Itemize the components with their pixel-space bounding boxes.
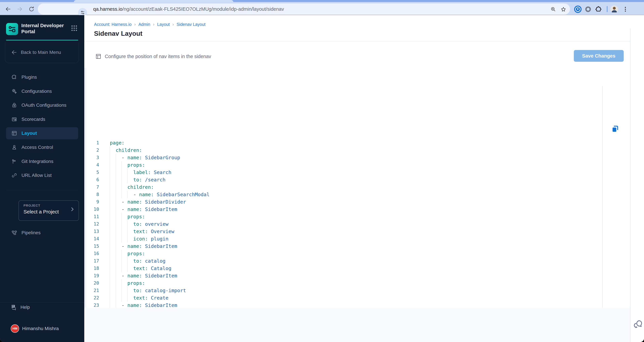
breadcrumb-link[interactable]: Sidenav Layout	[176, 22, 206, 27]
line-number: 9	[84, 198, 99, 206]
extensions-puzzle-icon[interactable]	[595, 6, 602, 13]
sidebar-item-help[interactable]: ? Help	[10, 304, 30, 311]
breadcrumb-separator: ›	[153, 22, 154, 27]
layout-window-icon	[95, 53, 102, 60]
breadcrumb-separator: ›	[134, 22, 136, 27]
browser-profile-avatar[interactable]	[610, 5, 618, 13]
code-text: page:	[110, 139, 124, 146]
code-line[interactable]: 20 props:	[84, 279, 630, 287]
code-line[interactable]: 15 - name: SidebarItem	[84, 243, 630, 250]
code-text: props:	[110, 250, 145, 257]
code-text: text: Catalog	[110, 265, 172, 272]
toolbar-description: Configure the position of nav items in t…	[105, 54, 211, 59]
sidebar-item-label: URL Allow List	[22, 173, 52, 178]
code-line[interactable]: 13 text: Overview	[84, 228, 630, 235]
project-value: Select a Project	[24, 209, 59, 215]
onepassword-ring	[575, 6, 580, 12]
line-number: 17	[84, 257, 99, 265]
scorecard-icon	[11, 116, 18, 122]
browser-back-icon[interactable]	[5, 6, 12, 12]
code-line[interactable]: 7 children:	[84, 183, 630, 191]
breadcrumb-link[interactable]: Account: Harness.io	[94, 22, 132, 27]
code-text: text: Create	[110, 294, 168, 302]
code-line[interactable]: 8 - name: SidebarSearchModal	[84, 191, 630, 198]
sidebar-item-layout[interactable]: Layout	[6, 127, 78, 139]
extension-spinner-icon[interactable]	[584, 6, 592, 13]
line-number: 4	[84, 161, 99, 169]
code-text: - name: SidebarDivider	[110, 198, 186, 206]
code-line[interactable]: 17 to: catalog	[84, 257, 630, 265]
sidebar-item-configurations[interactable]: Configurations	[6, 85, 78, 97]
code-line[interactable]: 21 to: catalog-import	[84, 287, 630, 294]
code-line[interactable]: 4 props:	[84, 161, 630, 169]
breadcrumb-link[interactable]: Layout	[157, 22, 170, 27]
code-line[interactable]: 1page:	[84, 139, 630, 146]
sidebar-item-label: Access Control	[22, 145, 53, 150]
help-chat-icon: ?	[10, 304, 17, 311]
sidebar-divider	[6, 190, 78, 190]
zoom-icon[interactable]	[550, 6, 556, 12]
code-text: to: /search	[110, 176, 166, 183]
sidebar-item-scorecards[interactable]: Scorecards	[6, 113, 78, 125]
code-line[interactable]: 9 - name: SidebarDivider	[84, 198, 630, 206]
code-text: - name: SidebarSearchModal	[110, 191, 210, 198]
line-number: 14	[84, 235, 99, 243]
code-text: icon: plugin	[110, 235, 168, 243]
sidebar-item-label: Configurations	[22, 89, 52, 94]
browser-forward-icon[interactable]	[16, 6, 23, 12]
url-bar[interactable]: qa.harness.io/ng/account/zEaak-FLS425IEO…	[38, 3, 570, 14]
url-path: /ng/account/zEaak-FLS425IEO7OLzMUg/modul…	[122, 6, 284, 12]
copy-icon[interactable]	[610, 124, 620, 134]
line-number: 21	[84, 287, 99, 294]
code-text: props:	[110, 213, 145, 220]
plugin-icon	[11, 74, 18, 80]
page-title: Sidenav Layout	[94, 30, 142, 37]
line-number: 15	[84, 243, 99, 250]
active-tab[interactable]	[74, 0, 233, 2]
sidebar-item-oauth-configurations[interactable]: OAuth Configurations	[6, 99, 78, 111]
sidebar-item-git-integrations[interactable]: Git Integrations	[6, 155, 78, 167]
sidebar-item-plugins[interactable]: Plugins	[6, 71, 78, 83]
sidebar: Internal Developer Portal Back to Main M…	[0, 15, 84, 342]
svg-text:?: ?	[12, 305, 14, 308]
line-number: 11	[84, 213, 99, 220]
chevron-right-icon	[70, 206, 75, 212]
bookmark-star-icon[interactable]	[560, 6, 566, 12]
onepassword-extension-icon[interactable]	[574, 5, 582, 13]
save-changes-button[interactable]: Save Changes	[574, 50, 624, 62]
person-icon	[11, 144, 18, 151]
browser-reload-icon[interactable]	[28, 6, 35, 12]
yaml-editor[interactable]: 1page:2 children:3 - name: SidebarGroup4…	[84, 68, 630, 308]
code-line[interactable]: 2 children:	[84, 146, 630, 154]
code-text: to: catalog	[110, 257, 166, 265]
url-text[interactable]: qa.harness.io/ng/account/zEaak-FLS425IEO…	[93, 3, 284, 14]
breadcrumb-link[interactable]: Admin	[138, 22, 150, 27]
back-to-main-menu[interactable]: Back to Main Menu	[11, 49, 61, 56]
chrome-menu-icon[interactable]	[622, 5, 628, 13]
code-line[interactable]: 19 - name: SidebarItem	[84, 272, 630, 279]
app-grid-icon[interactable]	[70, 24, 78, 32]
code-line[interactable]: 10 - name: SidebarItem	[84, 206, 630, 213]
chat-widget-icon[interactable]	[633, 319, 643, 330]
line-number: 1	[84, 139, 99, 146]
code-line[interactable]: 3 - name: SidebarGroup	[84, 154, 630, 161]
code-line[interactable]: 16 props:	[84, 250, 630, 257]
line-number: 12	[84, 220, 99, 228]
sidebar-item-url-allow-list[interactable]: URL Allow List	[6, 169, 78, 181]
code-line[interactable]: 18 text: Catalog	[84, 265, 630, 272]
user-menu[interactable]: HM Himanshu Mishra	[11, 324, 59, 333]
code-line[interactable]: 5 label: Search	[84, 169, 630, 176]
sidebar-item-access-control[interactable]: Access Control	[6, 141, 78, 153]
line-number: 2	[84, 146, 99, 154]
code-line[interactable]: 14 icon: plugin	[84, 235, 630, 243]
line-number: 5	[84, 169, 99, 176]
code-line[interactable]: 23 - name: SidebarItem	[84, 302, 630, 308]
code-line[interactable]: 12 to: overview	[84, 220, 630, 228]
user-name: Himanshu Mishra	[22, 326, 59, 331]
idp-logo-icon[interactable]	[6, 23, 18, 35]
code-line[interactable]: 6 to: /search	[84, 176, 630, 183]
line-number: 10	[84, 206, 99, 213]
code-line[interactable]: 22 text: Create	[84, 294, 630, 302]
sidebar-item-pipelines[interactable]: Pipelines	[6, 227, 78, 239]
code-line[interactable]: 11 props:	[84, 213, 630, 220]
